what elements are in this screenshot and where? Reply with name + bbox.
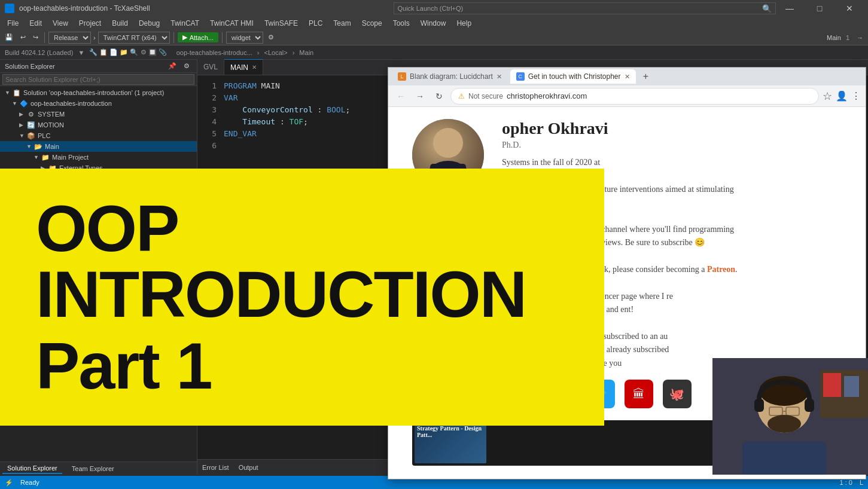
menu-tools[interactable]: Tools bbox=[388, 18, 415, 29]
profile-title: Ph.D. bbox=[502, 140, 738, 150]
system-icon: ⚙ bbox=[26, 109, 36, 119]
search-input[interactable] bbox=[2, 74, 194, 85]
info-sep: ▼ bbox=[78, 49, 84, 56]
svg-point-0 bbox=[433, 128, 463, 158]
minimize-button[interactable]: — bbox=[776, 0, 803, 17]
maximize-button[interactable]: □ bbox=[806, 0, 833, 17]
menu-edit[interactable]: Edit bbox=[25, 18, 47, 29]
error-list-tab[interactable]: Error List bbox=[202, 464, 229, 471]
tab-gvl[interactable]: GVL bbox=[197, 59, 224, 75]
menu-project[interactable]: Project bbox=[74, 18, 106, 29]
search-bar bbox=[0, 73, 197, 86]
info-main: Main bbox=[299, 49, 313, 56]
forward-button[interactable]: → bbox=[412, 88, 428, 104]
output-tab[interactable]: Output bbox=[239, 464, 258, 471]
menu-build[interactable]: Build bbox=[107, 18, 133, 29]
info-sep3: › bbox=[293, 49, 295, 56]
menu-plc[interactable]: PLC bbox=[304, 18, 327, 29]
toolbar-undo[interactable]: ↩ bbox=[18, 33, 28, 42]
address-bar[interactable]: ⚠ Not secure christopherokhravi.com bbox=[450, 88, 819, 105]
app-icon bbox=[5, 4, 14, 13]
back-button[interactable]: ← bbox=[393, 88, 409, 104]
pin-button[interactable]: 📌 bbox=[166, 62, 179, 71]
status-branch: L bbox=[860, 479, 863, 486]
svg-rect-5 bbox=[823, 373, 841, 397]
tree-label-project: oop-teachables-introduction bbox=[31, 100, 112, 107]
patreon-link[interactable]: Patreon bbox=[707, 265, 735, 274]
browser-tab-christopher[interactable]: C Get in touch with Christopher ✕ bbox=[510, 69, 636, 84]
window-controls: — □ ✕ bbox=[776, 0, 863, 17]
toolbar-more[interactable]: → bbox=[854, 33, 866, 42]
info-sep2: › bbox=[257, 49, 260, 56]
solution-explorer-header: Solution Explorer 📌 ⚙ bbox=[0, 60, 197, 73]
lucidchart-tab-close[interactable]: ✕ bbox=[497, 73, 502, 81]
platform-dropdown[interactable]: TwinCAT RT (x64) bbox=[98, 32, 170, 44]
lucidchart-tab-label: Blank diagram: Lucidchart bbox=[410, 72, 493, 81]
menu-help[interactable]: Help bbox=[452, 18, 476, 29]
bookmark-icon[interactable]: ☆ bbox=[823, 90, 832, 103]
menu-twincat[interactable]: TwinCAT bbox=[166, 18, 204, 29]
menu-debug[interactable]: Debug bbox=[134, 18, 165, 29]
main-label: Main bbox=[827, 34, 841, 41]
main-toolbar: 💾 ↩ ↪ Release › TwinCAT RT (x64) ▶ Attac… bbox=[0, 30, 868, 45]
new-tab-button[interactable]: + bbox=[638, 69, 654, 84]
attach-button[interactable]: ▶ Attach... bbox=[178, 32, 218, 42]
profile-icon[interactable]: 👤 bbox=[836, 90, 848, 102]
tree-item-project[interactable]: ▼ 🔷 oop-teachables-introduction bbox=[0, 98, 197, 109]
tab-gvl-label: GVL bbox=[203, 63, 218, 71]
tab-solution-explorer[interactable]: Solution Explorer bbox=[2, 463, 62, 474]
tab-close-icon[interactable]: ✕ bbox=[252, 64, 257, 71]
tree-item-system[interactable]: ▶ ⚙ SYSTEM bbox=[0, 109, 197, 120]
tree-arrow: ▼ bbox=[5, 90, 12, 96]
build-info: Build 4024.12 (Loaded) bbox=[5, 49, 73, 56]
tree-item-main[interactable]: ▼ 📂 Main bbox=[0, 141, 197, 152]
toolbar-icons[interactable]: ⚙ bbox=[266, 33, 276, 42]
menu-file[interactable]: File bbox=[2, 18, 23, 29]
browser-tab-lucidchart[interactable]: L Blank diagram: Lucidchart ✕ bbox=[392, 69, 508, 84]
plc-icon: 📦 bbox=[26, 131, 36, 140]
more-options-icon[interactable]: ⋮ bbox=[851, 90, 861, 102]
sep3 bbox=[222, 32, 223, 43]
menu-window[interactable]: Window bbox=[416, 18, 451, 29]
bank-icon[interactable]: 🏛 bbox=[625, 380, 653, 408]
svg-rect-15 bbox=[805, 399, 814, 412]
bottom-tabs: Solution Explorer Team Explorer bbox=[0, 462, 197, 475]
tree-arrow-system: ▶ bbox=[19, 111, 26, 117]
close-button[interactable]: ✕ bbox=[836, 0, 863, 17]
tree-item-motion[interactable]: ▶ 🔄 MOTION bbox=[0, 120, 197, 130]
sidebar-settings[interactable]: ⚙ bbox=[181, 62, 192, 71]
svg-rect-6 bbox=[844, 376, 859, 397]
tab-main[interactable]: MAIN ✕ bbox=[224, 59, 263, 75]
line-number: 1 bbox=[843, 33, 852, 42]
github-icon[interactable]: 🐙 bbox=[663, 380, 692, 408]
configuration-dropdown[interactable]: Release bbox=[48, 32, 91, 44]
overlay-title-line1: OOP Introduction bbox=[36, 195, 568, 327]
widget-dropdown[interactable]: widget bbox=[226, 32, 263, 44]
tree-arrow-main: ▼ bbox=[26, 143, 33, 149]
tree-arrow-mainproject: ▼ bbox=[33, 154, 41, 160]
christopher-favicon: C bbox=[516, 72, 525, 81]
toolbar-save[interactable]: 💾 bbox=[2, 33, 16, 42]
url-text: christopherokhravi.com bbox=[507, 91, 587, 100]
menu-twinsafe[interactable]: TwinSAFE bbox=[260, 18, 303, 29]
svg-rect-13 bbox=[742, 442, 826, 475]
tree-label-main: Main bbox=[45, 143, 59, 150]
sidebar-controls: 📌 ⚙ bbox=[166, 62, 192, 71]
tab-team-explorer[interactable]: Team Explorer bbox=[67, 464, 119, 473]
tree-label-motion: MOTION bbox=[38, 121, 64, 129]
profile-name: opher Okhravi bbox=[502, 119, 738, 138]
toolbar-redo[interactable]: ↪ bbox=[31, 33, 41, 42]
refresh-button[interactable]: ↻ bbox=[431, 88, 447, 104]
menu-team[interactable]: Team bbox=[328, 18, 355, 29]
tab-main-label: MAIN bbox=[230, 63, 248, 72]
tree-item-plc[interactable]: ▼ 📦 PLC bbox=[0, 130, 197, 141]
menu-scope[interactable]: Scope bbox=[357, 18, 387, 29]
tree-item-solution[interactable]: ▼ 📋 Solution 'oop-teachables-introductio… bbox=[0, 87, 197, 98]
menu-twincathmi[interactable]: TwinCAT HMI bbox=[205, 18, 258, 29]
main-icon: 📂 bbox=[33, 142, 43, 151]
tree-item-mainproject[interactable]: ▼ 📁 Main Project bbox=[0, 152, 197, 163]
menu-view[interactable]: View bbox=[48, 18, 73, 29]
christopher-tab-close[interactable]: ✕ bbox=[625, 73, 630, 81]
quick-launch-bar[interactable]: Quick Launch (Ctrl+Q) 🔍 bbox=[394, 2, 776, 14]
menu-bar: File Edit View Project Build Debug TwinC… bbox=[0, 17, 868, 30]
